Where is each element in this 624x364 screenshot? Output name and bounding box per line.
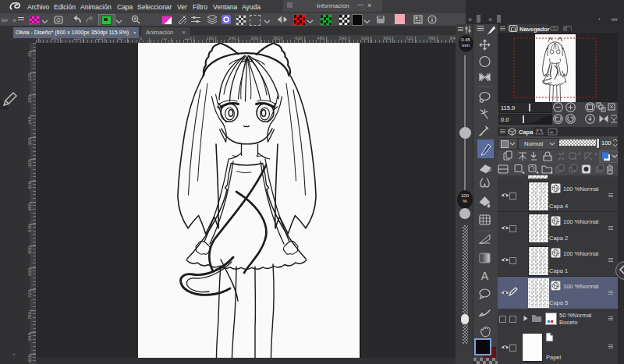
svg-text:A: A: [481, 270, 489, 282]
